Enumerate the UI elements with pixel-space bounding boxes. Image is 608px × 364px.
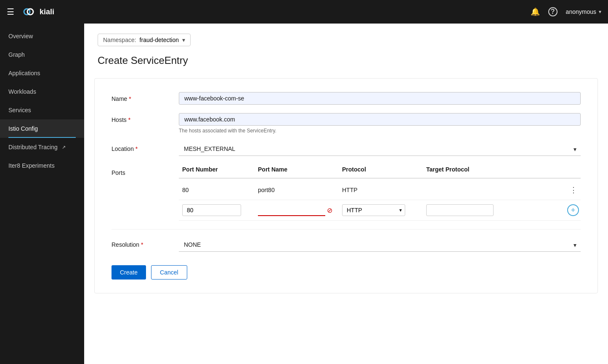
static-row-actions: ⋮: [564, 185, 581, 195]
create-button[interactable]: Create: [112, 265, 146, 280]
external-link-icon: ↗: [62, 145, 66, 150]
edit-port-number-input[interactable]: [182, 204, 241, 216]
resolution-field: NONE STATIC DNS ▾: [179, 238, 581, 252]
sidebar-item-workloads-label: Workloads: [8, 88, 36, 95]
edit-protocol-select[interactable]: HTTP HTTPS TCP TLS GRPC HTTP2 MONGO: [342, 204, 405, 216]
name-input[interactable]: [179, 92, 581, 105]
sidebar-item-distributed-tracing[interactable]: Distributed Tracing ↗: [0, 138, 84, 156]
content-area: Namespace: fraud-detection ▾ Create Serv…: [84, 24, 608, 303]
main-content: Namespace: fraud-detection ▾ Create Serv…: [84, 24, 608, 364]
resolution-select[interactable]: NONE STATIC DNS: [179, 238, 581, 252]
hosts-field: The hosts associated with the ServiceEnt…: [179, 113, 581, 134]
topnav-right-section: 🔔 ? anonymous ▾: [531, 7, 601, 16]
ports-table-header: Port Number Port Name Protocol Target Pr…: [179, 164, 581, 179]
static-port-number: 80: [179, 187, 255, 193]
resolution-select-wrapper: NONE STATIC DNS ▾: [179, 238, 581, 252]
sidebar-item-services-label: Services: [8, 107, 31, 113]
ports-row-menu-button[interactable]: ⋮: [567, 185, 580, 195]
edit-row-add-cell: +: [564, 204, 581, 216]
form-actions: Create Cancel: [112, 265, 581, 280]
resolution-field-row: Resolution NONE STATIC DNS ▾: [112, 238, 581, 252]
location-field: MESH_EXTERNAL MESH_INTERNAL ▾: [179, 142, 581, 156]
hosts-hint: The hosts associated with the ServiceEnt…: [179, 128, 581, 134]
app-logo: kiali: [21, 4, 54, 19]
sidebar-item-applications-label: Applications: [8, 70, 40, 76]
sidebar-item-applications[interactable]: Applications: [0, 64, 84, 82]
edit-port-number-cell: [179, 204, 255, 216]
page-title: Create ServiceEntry: [98, 55, 595, 66]
edit-target-protocol-input[interactable]: [426, 204, 494, 216]
user-menu[interactable]: anonymous ▾: [566, 8, 601, 15]
page-layout: Overview Graph Applications Workloads Se…: [0, 24, 608, 364]
top-navigation: ☰ kiali 🔔 ? anonymous ▾: [0, 0, 608, 24]
sidebar-item-iter8-label: Iter8 Experiments: [8, 162, 55, 169]
kiali-logo-icon: [21, 4, 36, 19]
hosts-field-row: Hosts The hosts associated with the Serv…: [112, 113, 581, 134]
ports-static-row: 80 port80 HTTP ⋮: [179, 180, 581, 200]
hosts-label: Hosts: [112, 113, 179, 123]
edit-port-name-cell: ⊘: [255, 204, 339, 216]
sidebar-item-graph[interactable]: Graph: [0, 45, 84, 64]
sidebar-item-overview[interactable]: Overview: [0, 27, 84, 45]
edit-target-protocol-cell: [423, 204, 564, 216]
port-name-error-icon: ⊘: [327, 206, 332, 214]
form-container: Name Hosts The hosts associated with the…: [94, 78, 598, 293]
ports-section-row: Ports Port Number Port Name Protocol Tar…: [112, 164, 581, 221]
resolution-label: Resolution: [112, 238, 179, 248]
edit-port-name-input[interactable]: [258, 204, 325, 216]
ports-actions-header: [564, 164, 581, 174]
help-icon[interactable]: ?: [548, 7, 558, 16]
sidebar-item-graph-label: Graph: [8, 51, 25, 58]
static-port-name: port80: [255, 187, 339, 193]
namespace-selector-caret-icon: ▾: [182, 37, 185, 43]
sidebar-item-services[interactable]: Services: [0, 101, 84, 119]
sidebar-item-istio-config[interactable]: Istio Config: [0, 119, 84, 138]
svg-point-0: [21, 4, 36, 19]
port-number-header: Port Number: [179, 164, 255, 174]
name-label: Name: [112, 92, 179, 102]
target-protocol-header: Target Protocol: [423, 164, 564, 174]
add-port-row-button[interactable]: +: [567, 204, 579, 216]
namespace-selector[interactable]: Namespace: fraud-detection ▾: [98, 34, 191, 46]
name-field-row: Name: [112, 92, 581, 105]
static-protocol: HTTP: [339, 187, 423, 193]
sidebar-item-istio-config-label: Istio Config: [8, 125, 38, 132]
location-label: Location: [112, 142, 179, 152]
sidebar: Overview Graph Applications Workloads Se…: [0, 24, 84, 364]
namespace-selector-label: Namespace:: [103, 37, 136, 43]
port-name-header: Port Name: [255, 164, 339, 174]
app-brand-name: kiali: [40, 8, 54, 16]
ports-edit-row: ⊘ HTTP HTTPS TCP TLS: [179, 200, 581, 221]
sidebar-item-distributed-tracing-label: Distributed Tracing: [8, 144, 58, 150]
protocol-header: Protocol: [339, 164, 423, 174]
sidebar-item-overview-label: Overview: [8, 33, 33, 40]
edit-port-name-error-wrapper: ⊘: [258, 204, 332, 216]
hamburger-menu[interactable]: ☰: [7, 7, 14, 17]
ports-table: Port Number Port Name Protocol Target Pr…: [179, 164, 581, 221]
hosts-input[interactable]: [179, 113, 581, 126]
edit-protocol-cell: HTTP HTTPS TCP TLS GRPC HTTP2 MONGO ▾: [339, 204, 423, 216]
ports-label: Ports: [112, 164, 179, 176]
namespace-selector-value: fraud-detection: [140, 37, 179, 43]
section-divider: [112, 229, 581, 229]
user-menu-caret-icon: ▾: [599, 9, 601, 15]
notification-bell-icon[interactable]: 🔔: [531, 7, 540, 16]
edit-protocol-select-wrapper: HTTP HTTPS TCP TLS GRPC HTTP2 MONGO ▾: [342, 204, 405, 216]
location-select-wrapper: MESH_EXTERNAL MESH_INTERNAL ▾: [179, 142, 581, 156]
sidebar-item-iter8-experiments[interactable]: Iter8 Experiments: [0, 156, 84, 175]
sidebar-item-workloads[interactable]: Workloads: [0, 82, 84, 101]
username-label: anonymous: [566, 8, 596, 15]
cancel-button[interactable]: Cancel: [151, 265, 187, 280]
location-field-row: Location MESH_EXTERNAL MESH_INTERNAL ▾: [112, 142, 581, 156]
location-select[interactable]: MESH_EXTERNAL MESH_INTERNAL: [179, 142, 581, 156]
name-field: [179, 92, 581, 105]
